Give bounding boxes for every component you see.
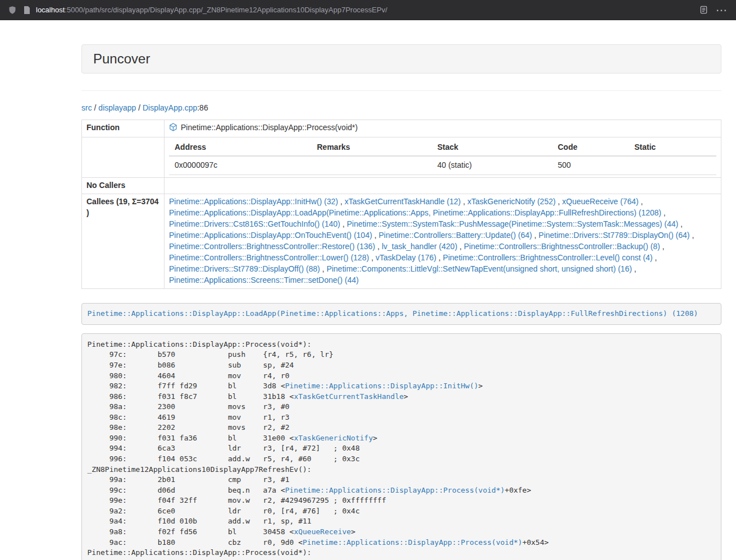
assembly-symbol-link[interactable]: xTaskGetCurrentTaskHandle [294, 392, 404, 401]
callee-link[interactable]: Pinetime::Controllers::Battery::Update()… [379, 231, 532, 240]
callee-link[interactable]: vTaskDelay (176) [376, 253, 436, 262]
value-stack: 40 (static) [432, 156, 552, 175]
url-host: localhost [36, 6, 65, 14]
callee-link[interactable]: Pinetime::System::SystemTask::PushMessag… [347, 219, 679, 228]
callee-link[interactable]: Pinetime::Applications::DisplayApp::Load… [169, 208, 661, 217]
empty-side-cell [82, 137, 164, 177]
col-static: Static [629, 140, 716, 156]
callee-link[interactable]: Pinetime::Drivers::Cst816S::GetTouchInfo… [169, 219, 340, 228]
assembly-symbol-link[interactable]: Pinetime::Applications::DisplayApp::Proc… [303, 538, 522, 547]
assembly-symbol-link[interactable]: Pinetime::Applications::DisplayApp::Init… [285, 382, 478, 390]
highlighted-callee-link[interactable]: Pinetime::Applications::DisplayApp::Load… [88, 309, 698, 318]
breadcrumb-link[interactable]: src [81, 103, 92, 112]
address-text: localhost:5000/path/src/displayapp/Displ… [36, 6, 387, 14]
no-callers-cell [164, 177, 721, 194]
col-remarks: Remarks [312, 140, 432, 156]
function-stats-cell: Address Remarks Stack Code Static 0x0000… [164, 137, 721, 177]
callee-link[interactable]: Pinetime::Controllers::BrightnessControl… [443, 253, 652, 262]
callee-link[interactable]: Pinetime::Drivers::St7789::DisplayOff() … [169, 264, 320, 273]
menu-icon[interactable]: ⋯ [715, 4, 728, 16]
url-path: :5000/path/src/displayapp/DisplayApp.cpp… [65, 6, 387, 14]
url-bar[interactable]: localhost:5000/path/src/displayapp/Displ… [24, 6, 693, 14]
function-name-cell: Pinetime::Applications::DisplayApp::Proc… [164, 120, 721, 137]
callee-link[interactable]: Pinetime::Components::LittleVgl::SetNewT… [327, 264, 632, 273]
function-icon [169, 123, 177, 135]
function-row: Function Pinetime::Applications::Display… [82, 120, 721, 137]
col-stack: Stack [432, 140, 552, 156]
callee-link[interactable]: Pinetime::Applications::Screens::Timer::… [169, 276, 359, 284]
page-icon [24, 6, 30, 14]
no-callers-label: No Callers [82, 177, 164, 194]
callee-link[interactable]: Pinetime::Applications::DisplayApp::OnTo… [169, 231, 372, 240]
page-title: Puncover [93, 51, 150, 66]
stats-value-row: 0x0000097c 40 (static) 500 [169, 156, 716, 175]
breadcrumb: src / displayapp / DisplayApp.cpp:86 [81, 103, 721, 114]
function-name: Pinetime::Applications::DisplayApp::Proc… [181, 123, 358, 132]
value-static [629, 156, 716, 175]
highlighted-callee-block: Pinetime::Applications::DisplayApp::Load… [81, 303, 721, 325]
callees-label: Callees (19, Σ=3704 ) [82, 194, 164, 288]
callee-link[interactable]: Pinetime::Drivers::St7789::DisplayOn() (… [538, 231, 689, 240]
breadcrumb-link[interactable]: displayapp [98, 103, 136, 112]
breadcrumb-link[interactable]: DisplayApp.cpp [143, 103, 197, 112]
callees-cell: Pinetime::Applications::DisplayApp::Init… [164, 194, 721, 288]
stats-header-row: Address Remarks Stack Code Static [169, 140, 716, 156]
callee-link[interactable]: xTaskGetCurrentTaskHandle (12) [345, 197, 461, 206]
function-table: Function Pinetime::Applications::Display… [81, 120, 721, 289]
value-code: 500 [552, 156, 629, 175]
page-content: Puncover src / displayapp / DisplayApp.c… [81, 44, 721, 560]
callee-link[interactable]: lv_task_handler (420) [382, 242, 458, 251]
function-stats-row: Address Remarks Stack Code Static 0x0000… [82, 137, 721, 177]
col-address: Address [169, 140, 312, 156]
browser-chrome: localhost:5000/path/src/displayapp/Displ… [0, 0, 736, 20]
col-code: Code [552, 140, 629, 156]
divider [81, 90, 721, 91]
no-callers-row: No Callers [82, 177, 721, 194]
shield-icon[interactable] [8, 6, 17, 15]
assembly-block: Pinetime::Applications::DisplayApp::Proc… [81, 333, 721, 560]
function-row-label: Function [82, 120, 164, 137]
assembly-symbol-link[interactable]: Pinetime::Applications::DisplayApp::Proc… [285, 486, 505, 494]
callee-link[interactable]: xQueueReceive (764) [562, 197, 638, 206]
callee-link[interactable]: Pinetime::Controllers::BrightnessControl… [464, 242, 660, 251]
function-stats-table: Address Remarks Stack Code Static 0x0000… [169, 140, 716, 175]
reader-mode-icon[interactable] [700, 6, 708, 14]
value-address: 0x0000097c [169, 156, 312, 175]
callees-row: Callees (19, Σ=3704 ) Pinetime::Applicat… [82, 194, 721, 288]
callee-link[interactable]: Pinetime::Controllers::BrightnessControl… [169, 253, 369, 262]
callee-link[interactable]: Pinetime::Applications::DisplayApp::Init… [169, 197, 338, 206]
callee-link[interactable]: xTaskGenericNotify (252) [467, 197, 555, 206]
callee-link[interactable]: Pinetime::Controllers::BrightnessControl… [169, 242, 375, 251]
assembly-symbol-link[interactable]: xTaskGenericNotify [294, 434, 373, 442]
value-remarks [312, 156, 432, 175]
assembly-symbol-link[interactable]: xQueueReceive [294, 527, 351, 536]
app-title-box: Puncover [81, 44, 721, 74]
